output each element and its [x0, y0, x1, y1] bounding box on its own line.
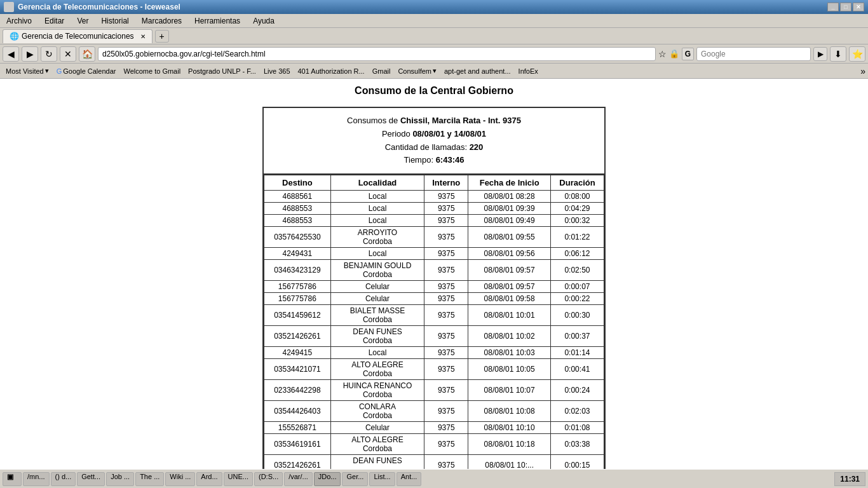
- cell-interno: 9375: [424, 191, 468, 203]
- table-row: 03521426261 DEAN FUNES... 9375 08/08/01 …: [264, 455, 604, 469]
- taskbar-item[interactable]: Wiki ...: [165, 472, 195, 486]
- start-button[interactable]: ▣: [3, 472, 22, 486]
- tab-label: Gerencia de Telecomunicaciones: [22, 32, 134, 41]
- taskbar-item[interactable]: (D:S...: [254, 472, 283, 486]
- cell-interno: 9375: [424, 248, 468, 260]
- taskbar-item[interactable]: JDo...: [314, 472, 341, 486]
- cell-fecha: 08/08/01 10:08: [468, 401, 551, 422]
- taskbar-item[interactable]: Gett...: [77, 472, 105, 486]
- window-controls[interactable]: _ □ ✕: [827, 3, 864, 11]
- star-icon[interactable]: ☆: [658, 49, 667, 59]
- close-button[interactable]: ✕: [853, 3, 864, 11]
- taskbar-item[interactable]: Ant...: [397, 472, 422, 486]
- taskbar-item[interactable]: Ger...: [342, 472, 368, 486]
- new-tab-button[interactable]: +: [155, 30, 169, 43]
- cell-destino: 03534421071: [264, 359, 331, 380]
- cell-localidad: Local: [330, 203, 424, 215]
- cell-destino: 4688553: [264, 203, 331, 215]
- bookmark-infoex[interactable]: InfoEx: [515, 67, 541, 76]
- menu-archivo[interactable]: Archivo: [3, 15, 36, 27]
- cell-destino: 03544426403: [264, 401, 331, 422]
- bookmark-google-calendar[interactable]: G Google Calendar: [53, 67, 119, 76]
- menu-ver[interactable]: Ver: [73, 15, 92, 27]
- bookmark-most-visited[interactable]: Most Visited ▾: [3, 66, 52, 76]
- bookmark-401[interactable]: 401 Authorization R...: [295, 67, 368, 76]
- bookmark-postgrado[interactable]: Postgrado UNLP - F...: [185, 67, 259, 76]
- cell-interno: 9375: [424, 305, 468, 326]
- maximize-button[interactable]: □: [840, 3, 851, 11]
- cell-localidad: ALTO ALEGRECordoba: [330, 434, 424, 455]
- cell-duracion: 0:00:07: [550, 281, 604, 293]
- bookmark-gmail-welcome[interactable]: Welcome to Gmail: [120, 67, 184, 76]
- back-button[interactable]: ◀: [3, 46, 19, 62]
- taskbar-item[interactable]: UNE...: [224, 472, 253, 486]
- table-row: 02336442298 HUINCA RENANCOCordoba 9375 0…: [264, 380, 604, 401]
- downloads-button[interactable]: ⬇: [830, 46, 846, 62]
- stop-button[interactable]: ✕: [60, 46, 76, 62]
- tab-gerencia[interactable]: 🌐 Gerencia de Telecomunicaciones ✕: [3, 29, 153, 43]
- bookmark-live365[interactable]: Live 365: [261, 67, 294, 76]
- home-button[interactable]: 🏠: [79, 46, 95, 62]
- cell-fecha: 08/08/01 09:57: [468, 260, 551, 281]
- taskbar-item[interactable]: List...: [369, 472, 395, 486]
- bookmark-label: 401 Authorization R...: [298, 67, 365, 75]
- info-header: Consumos de Chissil, Marcila Rata - Int.…: [264, 108, 604, 175]
- menu-historial[interactable]: Historial: [97, 15, 132, 27]
- table-row: 156775786 Celular 9375 08/08/01 09:58 0:…: [264, 293, 604, 305]
- menu-editar[interactable]: Editar: [41, 15, 68, 27]
- bookmark-apt-get[interactable]: apt-get and authent...: [441, 67, 514, 76]
- cell-fecha: 08/08/01 10:10: [468, 422, 551, 434]
- menu-herramientas[interactable]: Herramientas: [191, 15, 244, 27]
- cell-localidad: BIALET MASSECordoba: [330, 305, 424, 326]
- url-bar[interactable]: [98, 47, 656, 61]
- cell-fecha: 08/08/01 10:...: [468, 455, 551, 469]
- taskbar-clock: 11:31: [834, 472, 865, 486]
- menu-bar: Archivo Editar Ver Historial Marcadores …: [0, 14, 868, 28]
- search-go-button[interactable]: ▶: [813, 47, 827, 61]
- cell-destino: 03534619161: [264, 434, 331, 455]
- tab-close-icon[interactable]: ✕: [140, 33, 146, 40]
- cell-localidad: Local: [330, 215, 424, 227]
- bookmark-label: Gmail: [372, 67, 391, 75]
- cell-destino: 02336442298: [264, 380, 331, 401]
- bookmark-label: Live 365: [264, 67, 290, 75]
- cell-localidad: DEAN FUNESCordoba: [330, 326, 424, 347]
- bookmark-consulfem[interactable]: Consulfem ▾: [395, 66, 440, 76]
- taskbar-item[interactable]: Job ...: [106, 472, 134, 486]
- bookmark-label: apt-get and authent...: [444, 67, 511, 75]
- bookmark-label: InfoEx: [519, 67, 538, 75]
- forward-button[interactable]: ▶: [22, 46, 38, 62]
- taskbar-item[interactable]: /var/...: [284, 472, 313, 486]
- cell-fecha: 08/08/01 10:01: [468, 305, 551, 326]
- bookmark-label: Welcome to Gmail: [123, 67, 180, 75]
- cell-interno: 9375: [424, 227, 468, 248]
- cell-interno: 9375: [424, 203, 468, 215]
- bookmarks-button[interactable]: ⭐: [849, 46, 865, 62]
- cell-destino: 156775786: [264, 281, 331, 293]
- cell-destino: 03463423129: [264, 260, 331, 281]
- taskbar-item[interactable]: () d...: [51, 472, 76, 486]
- taskbar-item[interactable]: The ...: [135, 472, 164, 486]
- cell-fecha: 08/08/01 09:55: [468, 227, 551, 248]
- menu-ayuda[interactable]: Ayuda: [249, 15, 278, 27]
- cell-localidad: Celular: [330, 422, 424, 434]
- cell-destino: 4249415: [264, 347, 331, 359]
- cell-localidad: DEAN FUNES...: [330, 455, 424, 469]
- cell-interno: 9375: [424, 347, 468, 359]
- chevron-down-icon: ▾: [45, 67, 49, 75]
- search-input[interactable]: [696, 47, 811, 61]
- cell-duracion: 0:02:50: [550, 260, 604, 281]
- cell-duracion: 0:04:29: [550, 203, 604, 215]
- taskbar-item[interactable]: Ard...: [196, 472, 222, 486]
- cell-fecha: 08/08/01 09:39: [468, 203, 551, 215]
- calls-table: Destino Localidad Interno Fecha de Inici…: [264, 175, 604, 469]
- reload-button[interactable]: ↻: [41, 46, 57, 62]
- bookmarks-more-button[interactable]: »: [860, 66, 865, 76]
- menu-marcadores[interactable]: Marcadores: [138, 15, 186, 27]
- minimize-button[interactable]: _: [827, 3, 839, 11]
- table-row: 03541459612 BIALET MASSECordoba 9375 08/…: [264, 305, 604, 326]
- taskbar-item[interactable]: /mn...: [23, 472, 50, 486]
- cell-localidad: Local: [330, 248, 424, 260]
- cell-fecha: 08/08/01 10:03: [468, 347, 551, 359]
- bookmark-gmail[interactable]: Gmail: [369, 67, 394, 76]
